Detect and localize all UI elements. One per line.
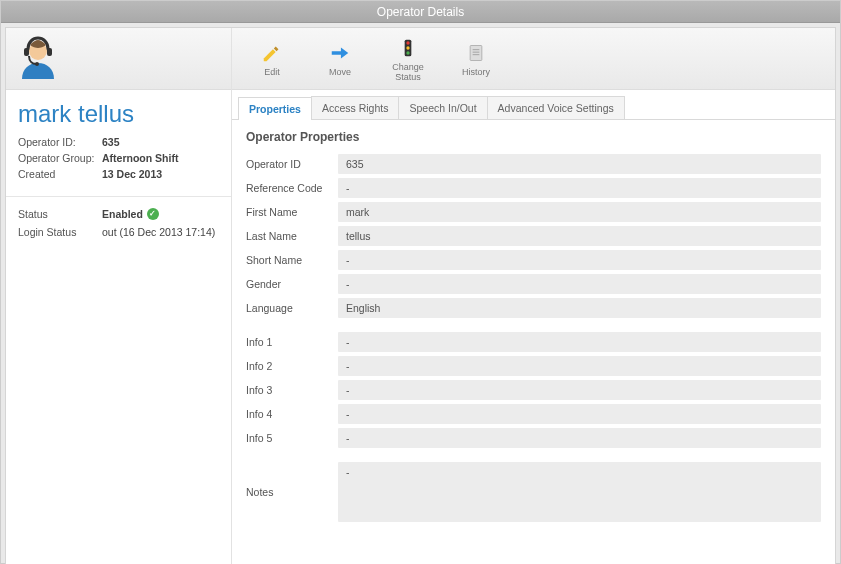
prop-first-name: First Name mark — [246, 202, 821, 222]
meta-id-label: Operator ID: — [18, 134, 102, 150]
status-block: Status Enabled ✓ Login Status out (16 De… — [6, 205, 231, 241]
prop-language-value: English — [338, 298, 821, 318]
prop-info5-label: Info 5 — [246, 432, 338, 444]
operator-name: mark tellus — [6, 90, 231, 134]
window-title: Operator Details — [377, 5, 464, 19]
tabs: Properties Access Rights Speech In/Out A… — [232, 90, 835, 120]
history-button[interactable]: History — [456, 41, 496, 77]
edit-button[interactable]: Edit — [252, 41, 292, 77]
prop-notes: Notes - — [246, 462, 821, 522]
login-status-label: Login Status — [18, 223, 102, 241]
meta-created-value: 13 Dec 2013 — [102, 166, 162, 182]
meta-created-label: Created — [18, 166, 102, 182]
prop-info5: Info 5 - — [246, 428, 821, 448]
change-status-label: Change Status — [392, 62, 424, 82]
prop-info4-value: - — [338, 404, 821, 424]
prop-language-label: Language — [246, 302, 338, 314]
toolbar: Edit Move Change Status — [232, 28, 835, 90]
prop-gender-value: - — [338, 274, 821, 294]
prop-short-name-value: - — [338, 250, 821, 270]
prop-last-name-value: tellus — [338, 226, 821, 246]
prop-notes-value: - — [338, 462, 821, 522]
prop-info4-label: Info 4 — [246, 408, 338, 420]
prop-operator-id-label: Operator ID — [246, 158, 338, 170]
operator-details-window: Operator Details m — [0, 0, 841, 564]
tab-advanced-voice[interactable]: Advanced Voice Settings — [487, 96, 625, 119]
panel-heading: Operator Properties — [246, 130, 821, 144]
prop-first-name-label: First Name — [246, 206, 338, 218]
meta-id-value: 635 — [102, 134, 120, 150]
prop-info3-value: - — [338, 380, 821, 400]
operator-avatar — [14, 35, 62, 83]
prop-info1: Info 1 - — [246, 332, 821, 352]
edit-label: Edit — [264, 67, 280, 77]
prop-gender: Gender - — [246, 274, 821, 294]
prop-last-name-label: Last Name — [246, 230, 338, 242]
headset-avatar-icon — [14, 35, 62, 83]
prop-info1-label: Info 1 — [246, 336, 338, 348]
prop-last-name: Last Name tellus — [246, 226, 821, 246]
status-value: Enabled — [102, 205, 143, 223]
meta-group-label: Operator Group: — [18, 150, 102, 166]
divider — [6, 196, 231, 197]
svg-rect-2 — [47, 48, 52, 56]
prop-info4: Info 4 - — [246, 404, 821, 424]
move-button[interactable]: Move — [320, 41, 360, 77]
prop-operator-id-value: 635 — [338, 154, 821, 174]
prop-gender-label: Gender — [246, 278, 338, 290]
svg-point-3 — [35, 62, 39, 66]
svg-point-7 — [406, 51, 409, 54]
prop-info2: Info 2 - — [246, 356, 821, 376]
left-panel: mark tellus Operator ID: 635 Operator Gr… — [6, 28, 232, 564]
prop-info3-label: Info 3 — [246, 384, 338, 396]
content-area: mark tellus Operator ID: 635 Operator Gr… — [5, 27, 836, 564]
prop-info2-label: Info 2 — [246, 360, 338, 372]
history-label: History — [462, 67, 490, 77]
tab-access-rights[interactable]: Access Rights — [311, 96, 400, 119]
status-label: Status — [18, 205, 102, 223]
svg-point-5 — [406, 41, 409, 44]
prop-info5-value: - — [338, 428, 821, 448]
prop-operator-id: Operator ID 635 — [246, 154, 821, 174]
svg-point-6 — [406, 46, 409, 49]
tab-speech[interactable]: Speech In/Out — [398, 96, 487, 119]
right-panel: Edit Move Change Status — [232, 28, 835, 564]
status-enabled-icon: ✓ — [147, 208, 159, 220]
prop-info1-value: - — [338, 332, 821, 352]
prop-notes-label: Notes — [246, 486, 338, 498]
arrow-right-icon — [328, 41, 352, 65]
svg-rect-1 — [24, 48, 29, 56]
window-titlebar: Operator Details — [1, 1, 840, 23]
pencil-icon — [260, 41, 284, 65]
move-label: Move — [329, 67, 351, 77]
operator-meta: Operator ID: 635 Operator Group: Afterno… — [6, 134, 231, 192]
prop-first-name-value: mark — [338, 202, 821, 222]
prop-language: Language English — [246, 298, 821, 318]
traffic-light-icon — [396, 36, 420, 60]
avatar-row — [6, 28, 231, 90]
prop-reference-code-label: Reference Code — [246, 182, 338, 194]
svg-rect-8 — [470, 45, 482, 60]
document-icon — [464, 41, 488, 65]
login-status-value: out (16 Dec 2013 17:14) — [102, 223, 215, 241]
tab-properties[interactable]: Properties — [238, 97, 312, 120]
prop-info2-value: - — [338, 356, 821, 376]
prop-info3: Info 3 - — [246, 380, 821, 400]
change-status-button[interactable]: Change Status — [388, 36, 428, 82]
prop-reference-code-value: - — [338, 178, 821, 198]
prop-reference-code: Reference Code - — [246, 178, 821, 198]
meta-group-value: Afternoon Shift — [102, 150, 178, 166]
properties-panel: Operator Properties Operator ID 635 Refe… — [232, 120, 835, 564]
prop-short-name-label: Short Name — [246, 254, 338, 266]
prop-short-name: Short Name - — [246, 250, 821, 270]
